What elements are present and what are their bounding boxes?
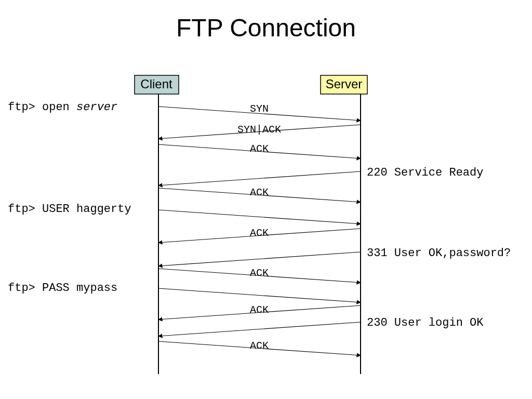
- resp-220: 220 Service Ready: [367, 166, 483, 179]
- label-ack5: ACK: [250, 304, 269, 316]
- label-ack2: ACK: [250, 187, 269, 198]
- label-ack6: ACK: [250, 340, 269, 352]
- resp-230: 230 User login OK: [367, 316, 484, 329]
- resp-331: 331 User OK,password?: [367, 247, 511, 260]
- arrow-user: [158, 210, 361, 224]
- label-syn: SYN: [250, 103, 269, 115]
- cmd-open: ftp> open server: [8, 101, 117, 114]
- arrow-331: [158, 252, 361, 266]
- arrow-230: [158, 322, 361, 336]
- diagram-canvas: FTP Connection Client Server ftp> open s…: [0, 0, 532, 399]
- label-ack3: ACK: [250, 227, 269, 239]
- client-label: Client: [140, 77, 172, 91]
- arrow-pass: [158, 288, 361, 302]
- server-label: Server: [326, 77, 363, 91]
- client-lifeline-box: Client: [135, 75, 179, 94]
- cmd-pass: ftp> PASS mypass: [8, 282, 117, 295]
- page-title: FTP Connection: [176, 14, 356, 42]
- arrow-220: [158, 171, 361, 185]
- label-ack4: ACK: [250, 267, 269, 279]
- label-synack: SYN|ACK: [237, 124, 281, 136]
- server-lifeline-box: Server: [321, 75, 367, 94]
- cmd-user: ftp> USER haggerty: [8, 203, 131, 216]
- label-ack1: ACK: [250, 143, 269, 155]
